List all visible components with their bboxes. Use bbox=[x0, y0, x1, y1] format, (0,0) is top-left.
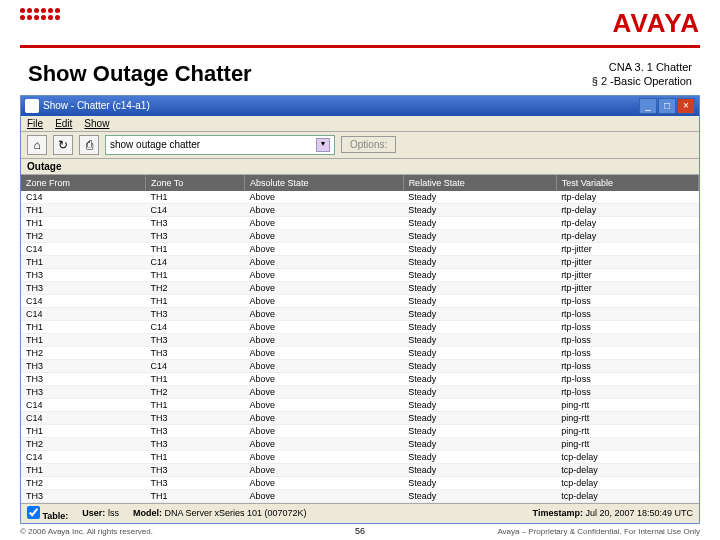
table-row[interactable]: C14TH1AboveSteadyping-rtt bbox=[21, 398, 699, 411]
slide-title: Show Outage Chatter bbox=[28, 61, 252, 87]
table-row[interactable]: TH3TH1AboveSteadyrtp-jitter bbox=[21, 268, 699, 281]
section-label: Outage bbox=[21, 159, 699, 175]
table-row[interactable]: TH1TH3AboveSteadyping-rtt bbox=[21, 424, 699, 437]
table-row[interactable]: TH3C14AboveSteadyrtp-loss bbox=[21, 359, 699, 372]
menu-bar: File Edit Show bbox=[21, 116, 699, 132]
table-row[interactable]: TH2TH3AboveSteadyrtp-delay bbox=[21, 229, 699, 242]
minimize-button[interactable]: _ bbox=[639, 98, 657, 114]
table-row[interactable]: TH1TH3AboveSteadyrtp-loss bbox=[21, 333, 699, 346]
page-number: 56 bbox=[355, 526, 365, 536]
close-button[interactable]: × bbox=[677, 98, 695, 114]
column-header: Relative State bbox=[403, 175, 556, 191]
table-row[interactable]: TH3TH2AboveSteadyrtp-jitter bbox=[21, 281, 699, 294]
table-row[interactable]: TH2TH3AboveSteadyrtp-loss bbox=[21, 346, 699, 359]
table-row[interactable]: TH3TH2AboveSteadyrtp-loss bbox=[21, 385, 699, 398]
table-row[interactable]: C14TH1AboveSteadytcp-delay bbox=[21, 450, 699, 463]
column-header: Zone To bbox=[145, 175, 244, 191]
table-row[interactable]: TH2TH3AboveSteadyping-rtt bbox=[21, 437, 699, 450]
table-row[interactable]: C14TH1AboveSteadyrtp-loss bbox=[21, 294, 699, 307]
table-row[interactable]: TH1C14AboveSteadyrtp-loss bbox=[21, 320, 699, 333]
status-bar: Table: User: lss Model: DNA Server xSeri… bbox=[21, 503, 699, 523]
chevron-down-icon[interactable]: ▾ bbox=[316, 138, 330, 152]
app-window: Show - Chatter (c14-a1) _ □ × File Edit … bbox=[20, 95, 700, 524]
column-header: Test Variable bbox=[556, 175, 698, 191]
table-row[interactable]: TH1C14AboveSteadyrtp-delay bbox=[21, 203, 699, 216]
divider bbox=[20, 45, 700, 48]
toolbar: ⌂ ↻ ⎙ show outage chatter ▾ Options: bbox=[21, 132, 699, 159]
outage-table: Zone FromZone ToAbsolute StateRelative S… bbox=[21, 175, 699, 503]
table-row[interactable]: TH1TH3AboveSteadytcp-delay bbox=[21, 463, 699, 476]
brand-dots bbox=[20, 8, 60, 20]
copyright: © 2006 Avaya Inc. All rights reserved. bbox=[20, 527, 153, 536]
print-icon[interactable]: ⎙ bbox=[79, 135, 99, 155]
table-row[interactable]: TH2TH3AboveSteadytcp-delay bbox=[21, 476, 699, 489]
menu-edit[interactable]: Edit bbox=[55, 118, 72, 129]
table-row[interactable]: C14TH3AboveSteadyrtp-loss bbox=[21, 307, 699, 320]
confidential: Avaya – Proprietary & Confidential. For … bbox=[497, 527, 700, 536]
table-row[interactable]: C14TH1AboveSteadyrtp-delay bbox=[21, 191, 699, 204]
table-row[interactable]: C14TH1AboveSteadyrtp-jitter bbox=[21, 242, 699, 255]
window-icon bbox=[25, 99, 39, 113]
maximize-button[interactable]: □ bbox=[658, 98, 676, 114]
options-button[interactable]: Options: bbox=[341, 136, 396, 153]
table-row[interactable]: TH3TH1AboveSteadyrtp-loss bbox=[21, 372, 699, 385]
refresh-icon[interactable]: ↻ bbox=[53, 135, 73, 155]
column-header: Zone From bbox=[21, 175, 145, 191]
home-icon[interactable]: ⌂ bbox=[27, 135, 47, 155]
table-row[interactable]: TH3TH1AboveSteadytcp-delay bbox=[21, 489, 699, 502]
table-checkbox[interactable] bbox=[27, 506, 40, 519]
slide-subtitle: CNA 3. 1 Chatter § 2 -Basic Operation bbox=[592, 60, 692, 89]
window-title: Show - Chatter (c14-a1) bbox=[43, 100, 150, 111]
command-combo[interactable]: show outage chatter ▾ bbox=[105, 135, 335, 155]
menu-show[interactable]: Show bbox=[84, 118, 109, 129]
table-row[interactable]: C14TH3AboveSteadyping-rtt bbox=[21, 411, 699, 424]
table-row[interactable]: TH1TH3AboveSteadyrtp-delay bbox=[21, 216, 699, 229]
table-row[interactable]: TH1C14AboveSteadyrtp-jitter bbox=[21, 255, 699, 268]
avaya-logo: AVAYA bbox=[613, 8, 700, 39]
column-header: Absolute State bbox=[244, 175, 403, 191]
menu-file[interactable]: File bbox=[27, 118, 43, 129]
window-titlebar: Show - Chatter (c14-a1) _ □ × bbox=[21, 96, 699, 116]
